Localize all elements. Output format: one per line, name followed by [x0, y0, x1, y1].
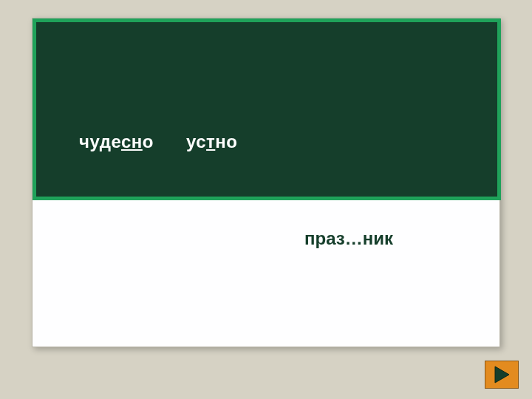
next-button[interactable]	[485, 361, 519, 389]
svg-marker-0	[495, 366, 509, 383]
board-word-2: устно	[186, 132, 238, 152]
board-word-row: чудесно устно	[79, 132, 238, 152]
word-part-underlined: сн	[121, 132, 143, 151]
word-part: ус	[186, 132, 206, 151]
board-word-1: чудесно	[79, 132, 154, 152]
slide-card: чудесно устно праз…ник	[32, 18, 500, 347]
word-part: чуде	[79, 132, 121, 151]
play-icon	[494, 366, 510, 383]
chalkboard: чудесно устно	[33, 18, 501, 200]
word-part: о	[143, 132, 154, 151]
word-part-underlined: т	[206, 132, 215, 151]
prompt-word: праз…ник	[304, 228, 430, 250]
word-part: но	[215, 132, 237, 151]
